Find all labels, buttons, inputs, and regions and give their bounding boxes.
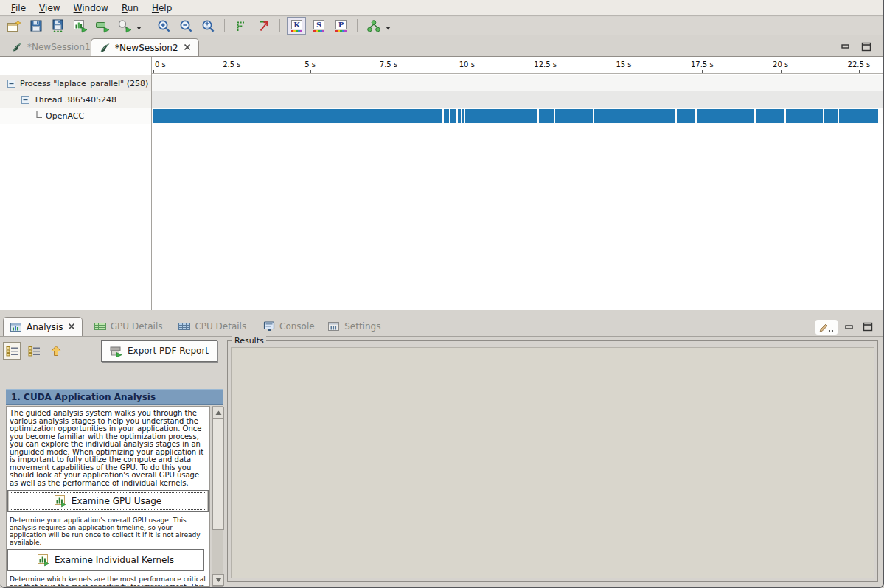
generate-timeline-button[interactable] (71, 17, 90, 35)
openacc-interval[interactable] (462, 109, 464, 123)
openacc-interval[interactable] (153, 109, 442, 123)
toolbar-separator (357, 19, 358, 32)
mark-range-button[interactable] (232, 17, 251, 35)
new-session-button[interactable] (4, 17, 24, 35)
analysis-scrollbar[interactable] (212, 406, 223, 587)
menu-view[interactable]: View (32, 1, 66, 15)
openacc-interval[interactable] (458, 109, 461, 123)
zoom-in-button[interactable] (154, 17, 173, 35)
openacc-interval[interactable] (555, 109, 593, 123)
close-tab-icon[interactable] (184, 43, 191, 53)
menu-file[interactable]: File (4, 1, 32, 15)
toolbar-separator (147, 19, 147, 32)
menu-run[interactable]: Run (115, 1, 145, 15)
openacc-interval[interactable] (786, 109, 823, 123)
guided-analysis-button[interactable] (364, 17, 383, 35)
gpu-details-icon (94, 321, 106, 332)
results-group: Results (227, 340, 878, 582)
dropdown-caret-icon[interactable] (136, 19, 142, 33)
view-menu-button[interactable] (815, 320, 838, 335)
process-coloring-button[interactable]: P (331, 17, 350, 35)
maximize-view-button[interactable] (860, 41, 873, 52)
export-pdf-report-button[interactable]: Export PDF Report (101, 340, 217, 362)
openacc-interval[interactable] (677, 109, 695, 123)
settings-view-icon (328, 321, 340, 332)
minimize-panel-button[interactable] (843, 322, 856, 332)
back-up-level-button[interactable] (47, 342, 65, 360)
save-all-button[interactable] (49, 17, 68, 35)
analysis-section-title: 1. CUDA Application Analysis (11, 392, 156, 402)
openacc-interval[interactable] (596, 109, 675, 123)
analysis-body: The guided analysis system walks you thr… (6, 406, 210, 587)
session-tab-newsession1[interactable]: *NewSession1 (4, 38, 98, 56)
openacc-interval[interactable] (539, 109, 554, 123)
session-tab-newsession2[interactable]: *NewSession2 (91, 38, 199, 57)
openacc-interval[interactable] (444, 109, 449, 123)
run-application-button[interactable] (93, 17, 112, 35)
menu-help[interactable]: Help (145, 1, 178, 15)
results-content-area (231, 347, 874, 578)
timeline-axis: 0 s2.5 s5 s7.5 s10 s12.5 s15 s17.5 s20 s… (152, 59, 883, 73)
bar-chart-icon (55, 495, 66, 508)
openacc-interval[interactable] (697, 109, 754, 123)
openacc-interval[interactable] (450, 109, 456, 123)
close-tab-icon[interactable] (68, 323, 75, 332)
axis-tick-label: 17.5 s (683, 60, 720, 69)
kernel-coloring-button[interactable]: K (287, 17, 306, 35)
openacc-interval[interactable] (756, 109, 784, 123)
export-pdf-label: Export PDF Report (128, 346, 209, 356)
kernel-coloring-icon: K (290, 19, 304, 33)
examine-gpu-usage-button[interactable]: Examine GPU Usage (7, 490, 209, 512)
scroll-up-icon[interactable] (212, 407, 224, 419)
nvvp-window: FileViewWindowRunHelp KSP *NewSession1*N… (0, 0, 884, 588)
menu-window[interactable]: Window (67, 1, 115, 15)
collapse-expander-icon[interactable] (7, 80, 15, 88)
examine-individual-kernels-button[interactable]: Examine Individual Kernels (7, 549, 204, 571)
tab-console[interactable]: Console (257, 317, 321, 336)
tree-row-thread-3865405248[interactable]: Thread 3865405248 (0, 91, 173, 108)
collect-metrics-icon (117, 19, 132, 33)
openacc-track (152, 109, 883, 123)
tab-settings[interactable]: Settings (321, 317, 387, 336)
save-session-button[interactable] (27, 17, 46, 35)
zoom-out-button[interactable] (176, 17, 195, 35)
axis-tick-label: 10 s (448, 60, 485, 69)
scrollbar-thumb[interactable] (212, 418, 224, 530)
bottom-tab-label: CPU Details (195, 321, 246, 332)
collect-metrics-button[interactable] (115, 17, 134, 35)
bottom-tab-label: Analysis (27, 322, 63, 332)
guided-analysis-mode-button[interactable] (3, 342, 21, 360)
analysis-actions: Examine GPU UsageDetermine your applicat… (7, 490, 209, 587)
bottom-tab-label: Settings (344, 321, 380, 332)
axis-tick-label: 22.5 s (841, 60, 877, 69)
openacc-interval[interactable] (839, 109, 878, 123)
zoom-fit-button[interactable] (198, 17, 217, 35)
bottom-tab-label: Console (279, 321, 315, 332)
save-session-icon (29, 19, 43, 32)
timeline-panel: Process "laplace_parallel" (258)Thread 3… (0, 56, 883, 311)
openacc-interval[interactable] (824, 109, 838, 123)
timeline-area: 0 s2.5 s5 s7.5 s10 s12.5 s15 s17.5 s20 s… (152, 57, 883, 311)
openacc-interval[interactable] (594, 109, 596, 123)
tab-gpu-details[interactable]: GPU Details (88, 317, 170, 336)
openacc-interval[interactable] (465, 109, 537, 123)
bottom-panel: AnalysisGPU DetailsCPU DetailsConsoleSet… (0, 310, 883, 587)
axis-tick-label: 15 s (605, 60, 642, 69)
collapse-expander-icon[interactable] (21, 96, 29, 104)
bottom-tab-label: GPU Details (111, 321, 163, 332)
main-toolbar: KSP (0, 17, 883, 35)
action-button-label: Examine GPU Usage (72, 496, 161, 506)
tree-row-process-laplace-parallel-258[interactable]: Process "laplace_parallel" (258) (0, 75, 159, 91)
unguided-analysis-mode-button[interactable] (25, 342, 43, 360)
minimize-view-button[interactable] (839, 41, 852, 52)
action-button-label: Examine Individual Kernels (55, 555, 174, 565)
tab-analysis[interactable]: Analysis (3, 317, 83, 337)
goto-marker-button[interactable] (254, 17, 273, 35)
stream-coloring-button[interactable]: S (309, 17, 328, 35)
dropdown-caret-icon[interactable] (386, 19, 391, 33)
maximize-panel-button[interactable] (861, 321, 874, 332)
results-legend: Results (232, 336, 266, 346)
scroll-down-icon[interactable] (212, 574, 224, 586)
axis-tick-label: 7.5 s (370, 60, 407, 69)
tab-cpu-details[interactable]: CPU Details (172, 317, 253, 336)
